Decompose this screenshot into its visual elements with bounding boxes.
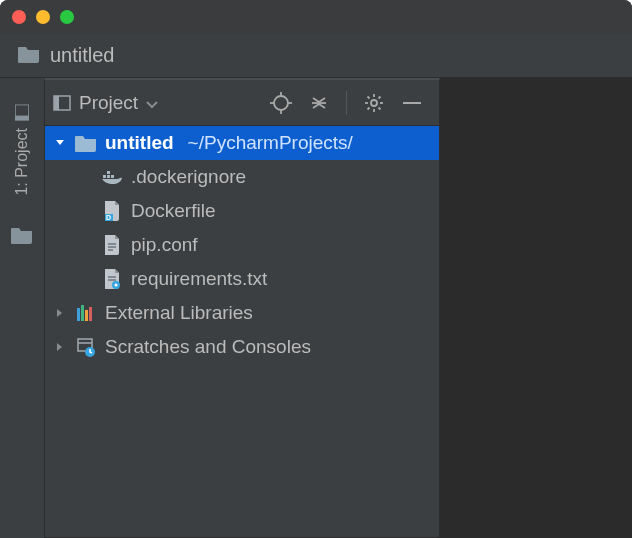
panel-view-selector[interactable]: Project — [53, 92, 158, 114]
svg-line-17 — [368, 107, 370, 109]
project-tree: untitled ~/PycharmProjects/ .dockerignor… — [45, 126, 439, 372]
collapse-all-button[interactable] — [302, 86, 336, 120]
svg-rect-1 — [15, 116, 29, 121]
tree-root-path: ~/PycharmProjects/ — [188, 132, 353, 154]
scratches-icon — [75, 337, 97, 357]
hide-panel-button[interactable] — [395, 86, 429, 120]
zoom-window[interactable] — [60, 10, 74, 24]
svg-line-16 — [379, 107, 381, 109]
tree-root-name: untitled — [105, 132, 174, 154]
titlebar — [0, 0, 632, 34]
svg-rect-21 — [107, 175, 110, 178]
file-name: pip.conf — [131, 234, 198, 256]
tree-file[interactable]: D Dockerfile — [45, 194, 439, 228]
tool-window-project[interactable]: 1: Project — [13, 106, 31, 196]
tree-file[interactable]: pip.conf — [45, 228, 439, 262]
breadcrumb[interactable]: untitled — [0, 34, 632, 78]
ide-window: untitled 1: Project Project — [0, 0, 632, 538]
svg-point-32 — [115, 284, 118, 287]
tree-node-label: Scratches and Consoles — [105, 336, 311, 358]
project-panel: Project — [44, 78, 440, 538]
tool-window-structure[interactable] — [11, 226, 33, 248]
text-file-icon — [101, 235, 123, 255]
libraries-icon — [75, 304, 97, 322]
tree-node-label: External Libraries — [105, 302, 253, 324]
dockerfile-icon: D — [101, 201, 123, 221]
folder-icon — [18, 45, 40, 67]
svg-rect-19 — [403, 102, 421, 104]
close-window[interactable] — [12, 10, 26, 24]
locate-button[interactable] — [264, 86, 298, 120]
file-name: .dockerignore — [131, 166, 246, 188]
expand-arrow-right-icon — [53, 308, 67, 318]
minimize-window[interactable] — [36, 10, 50, 24]
svg-rect-33 — [77, 308, 80, 321]
panel-header: Project — [45, 80, 439, 126]
file-name: Dockerfile — [131, 200, 215, 222]
svg-rect-23 — [107, 171, 110, 174]
svg-line-18 — [379, 96, 381, 98]
svg-rect-3 — [54, 96, 59, 110]
tree-external-libraries[interactable]: External Libraries — [45, 296, 439, 330]
expand-arrow-right-icon — [53, 342, 67, 352]
crosshair-icon — [270, 92, 292, 114]
svg-rect-22 — [111, 175, 114, 178]
svg-line-15 — [368, 96, 370, 98]
panel-title-label: Project — [79, 92, 138, 114]
svg-point-10 — [371, 100, 377, 106]
layout-icon — [15, 105, 29, 121]
window-controls — [12, 10, 74, 24]
minimize-icon — [403, 101, 421, 105]
svg-point-4 — [274, 96, 288, 110]
layout-icon — [53, 95, 71, 111]
folder-icon — [75, 134, 97, 152]
gear-icon — [364, 93, 384, 113]
docker-icon — [101, 169, 123, 185]
svg-rect-34 — [81, 305, 84, 321]
breadcrumb-name: untitled — [50, 44, 115, 67]
left-gutter: 1: Project — [0, 78, 44, 538]
file-name: requirements.txt — [131, 268, 267, 290]
expand-arrow-down-icon — [53, 138, 67, 148]
tree-file[interactable]: requirements.txt — [45, 262, 439, 296]
tree-file[interactable]: .dockerignore — [45, 160, 439, 194]
requirements-file-icon — [101, 269, 123, 289]
svg-rect-20 — [103, 175, 106, 178]
svg-rect-35 — [85, 310, 88, 321]
collapse-icon — [309, 93, 329, 113]
tree-root-folder[interactable]: untitled ~/PycharmProjects/ — [45, 126, 439, 160]
tree-scratches[interactable]: Scratches and Consoles — [45, 330, 439, 364]
svg-rect-36 — [89, 307, 92, 321]
chevron-down-icon — [146, 92, 158, 114]
settings-button[interactable] — [357, 86, 391, 120]
svg-text:D: D — [106, 214, 111, 221]
editor-area[interactable] — [440, 78, 632, 538]
